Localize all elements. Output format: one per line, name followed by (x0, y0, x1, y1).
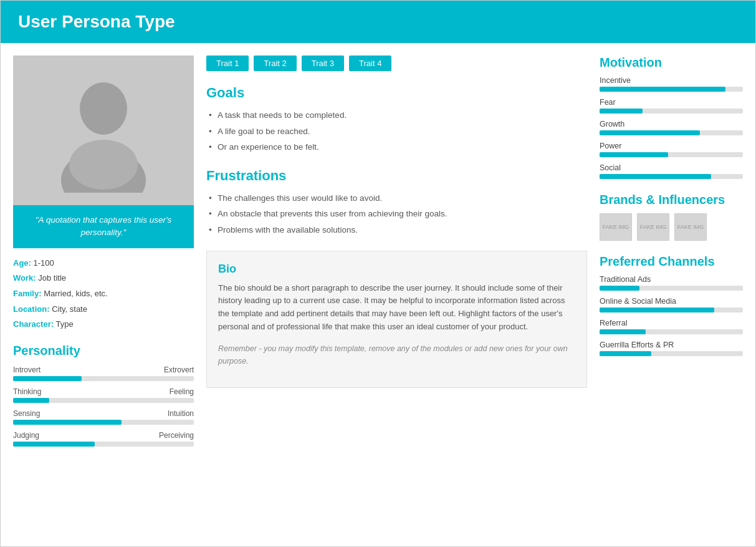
motivation-item-3: Power (600, 142, 743, 157)
header: User Persona Type (1, 1, 755, 43)
channel-label-1: Online & Social Media (600, 297, 743, 306)
brand-image-1: FAKE IMG (637, 213, 669, 241)
bio-card: Bio The bio should be a short paragraph … (206, 251, 587, 388)
work-value: Job title (38, 273, 66, 283)
motivation-item-0: Incentive (600, 76, 743, 92)
motivation-bar-fill-4 (600, 174, 711, 179)
trait-bar-fill-0 (13, 376, 82, 381)
age-row: Age: 1-100 (13, 256, 194, 271)
location-row: Location: City, state (13, 302, 194, 317)
trait-bar-bg-3 (13, 442, 194, 447)
motivation-bar-bg-0 (600, 87, 743, 92)
trait-labels-0: Introvert Extrovert (13, 365, 194, 374)
content-area: "A quotation that captures this user's p… (1, 43, 755, 465)
channel-bar-fill-0 (600, 286, 639, 291)
channel-bar-bg-2 (600, 329, 743, 334)
channel-label-0: Traditional Ads (600, 275, 743, 284)
motivation-bar-fill-3 (600, 152, 668, 157)
motivation-bar-bg-3 (600, 152, 743, 157)
channel-item-3: Guerrilla Efforts & PR (600, 341, 743, 356)
channel-item-0: Traditional Ads (600, 275, 743, 291)
location-value: City, state (52, 304, 87, 314)
brands-section: Brands & Influencers FAKE IMGFAKE IMGFAK… (600, 193, 743, 241)
goals-item-0: A task that needs to be completed. (206, 107, 587, 123)
channel-bar-bg-1 (600, 307, 743, 312)
motivation-label-2: Growth (600, 120, 743, 128)
quote-text: "A quotation that captures this user's p… (36, 215, 172, 237)
middle-column: Trait 1Trait 2Trait 3Trait 4 Goals A tas… (206, 56, 587, 453)
motivation-label-1: Fear (600, 98, 743, 107)
trait-badge-2[interactable]: Trait 3 (302, 56, 344, 71)
personality-heading: Personality (13, 344, 194, 358)
bio-heading: Bio (218, 263, 575, 276)
character-label: Character: (13, 319, 54, 329)
svg-point-0 (80, 82, 127, 135)
page-title: User Persona Type (18, 12, 738, 32)
trait-left-3: Judging (13, 431, 39, 440)
trait-badge-0[interactable]: Trait 1 (206, 56, 249, 71)
brand-image-0: FAKE IMG (600, 213, 632, 241)
goals-list: A task that needs to be completed.A life… (206, 107, 587, 155)
goals-item-2: Or an experience to be felt. (206, 139, 587, 155)
work-row: Work: Job title (13, 271, 194, 286)
channel-bar-fill-3 (600, 351, 651, 356)
motivation-bar-fill-0 (600, 87, 725, 92)
avatar (13, 56, 194, 205)
family-row: Family: Married, kids, etc. (13, 286, 194, 302)
motivation-bar-bg-4 (600, 174, 743, 179)
channel-bar-bg-0 (600, 286, 743, 291)
work-label: Work: (13, 273, 36, 283)
trait-labels-1: Thinking Feeling (13, 387, 194, 396)
location-label: Location: (13, 304, 50, 314)
trait-bar-fill-2 (13, 420, 122, 425)
frustrations-item-1: An obstacle that prevents this user from… (206, 206, 587, 222)
quote-box: "A quotation that captures this user's p… (13, 205, 194, 248)
motivation-bar-bg-2 (600, 130, 743, 135)
traits-row: Trait 1Trait 2Trait 3Trait 4 (206, 56, 587, 71)
motivation-label-4: Social (600, 163, 743, 172)
motivation-bar-fill-1 (600, 109, 643, 114)
brands-heading: Brands & Influencers (600, 193, 743, 207)
svg-point-2 (69, 140, 138, 190)
personality-trait-2: Sensing Intuition (13, 409, 194, 425)
character-value: Type (55, 319, 73, 329)
channel-item-1: Online & Social Media (600, 297, 743, 312)
channel-label-3: Guerrilla Efforts & PR (600, 341, 743, 349)
frustrations-item-0: The challenges this user would like to a… (206, 190, 587, 206)
frustrations-item-2: Problems with the available solutions. (206, 222, 587, 238)
channels-heading: Preferred Channels (600, 254, 743, 269)
trait-left-1: Thinking (13, 387, 41, 396)
motivation-bars: Incentive Fear Growth Power Social (600, 76, 743, 179)
personality-trait-0: Introvert Extrovert (13, 365, 194, 381)
family-label: Family: (13, 289, 42, 298)
frustrations-section: Frustrations The challenges this user wo… (206, 168, 587, 238)
goals-heading: Goals (206, 85, 587, 101)
trait-left-2: Sensing (13, 409, 40, 418)
trait-badge-1[interactable]: Trait 2 (254, 56, 296, 71)
personality-trait-1: Thinking Feeling (13, 387, 194, 403)
motivation-item-2: Growth (600, 120, 743, 135)
avatar-silhouette-icon (54, 68, 153, 193)
trait-right-2: Intuition (168, 409, 194, 418)
channel-item-2: Referral (600, 319, 743, 334)
personality-section: Personality Introvert Extrovert Thinking… (13, 344, 194, 447)
motivation-label-3: Power (600, 142, 743, 150)
trait-bar-bg-1 (13, 398, 194, 403)
page-wrapper: User Persona Type "A quotation that capt… (0, 0, 756, 547)
trait-badge-3[interactable]: Trait 4 (349, 56, 391, 71)
trait-right-3: Perceiving (159, 431, 194, 440)
personality-trait-3: Judging Perceiving (13, 431, 194, 447)
character-row: Character: Type (13, 317, 194, 332)
trait-bar-bg-2 (13, 420, 194, 425)
motivation-section: Motivation Incentive Fear Growth Power S… (600, 56, 743, 179)
motivation-label-0: Incentive (600, 76, 743, 85)
right-column: Motivation Incentive Fear Growth Power S… (600, 56, 743, 453)
motivation-bar-bg-1 (600, 109, 743, 114)
trait-left-0: Introvert (13, 365, 41, 374)
frustrations-list: The challenges this user would like to a… (206, 190, 587, 238)
age-value: 1-100 (34, 258, 54, 268)
trait-labels-3: Judging Perceiving (13, 431, 194, 440)
motivation-item-4: Social (600, 163, 743, 179)
motivation-bar-fill-2 (600, 130, 700, 135)
channels-section: Preferred Channels Traditional Ads Onlin… (600, 254, 743, 356)
